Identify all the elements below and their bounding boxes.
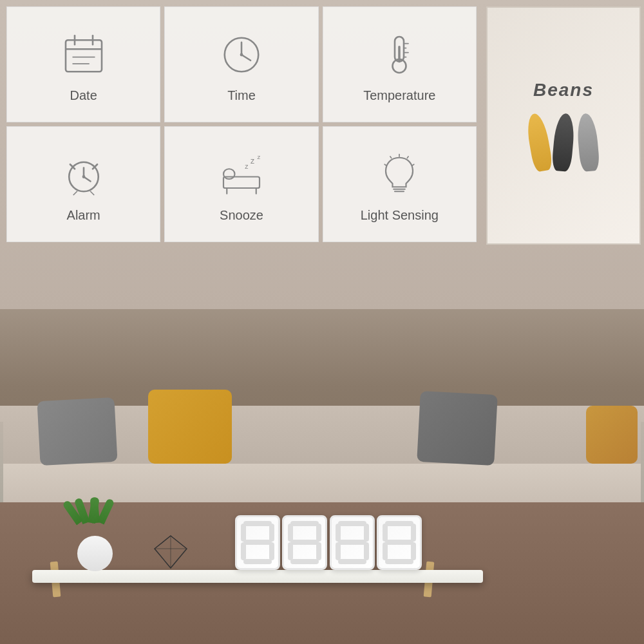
frame-title: Beans (533, 80, 594, 100)
feathers-decoration (529, 113, 598, 171)
pillow-gray-left (37, 397, 117, 466)
svg-rect-44 (243, 521, 272, 526)
svg-line-42 (155, 536, 171, 549)
svg-rect-51 (290, 521, 319, 526)
alarm-icon (58, 149, 109, 200)
svg-rect-70 (411, 542, 416, 560)
snooze-icon: z z z (216, 149, 267, 200)
pillow-yellow-right (586, 406, 638, 464)
svg-line-38 (385, 164, 387, 166)
feature-card-snooze[interactable]: z z z Snooze (164, 126, 318, 242)
svg-rect-56 (316, 542, 321, 560)
svg-rect-65 (385, 521, 413, 526)
svg-rect-60 (364, 524, 369, 542)
svg-rect-71 (385, 559, 413, 564)
svg-rect-69 (383, 542, 388, 560)
svg-rect-48 (241, 542, 246, 560)
feature-card-temperature[interactable]: Temperature (323, 6, 477, 122)
feather-light (576, 113, 600, 172)
feature-card-alarm[interactable]: Alarm (6, 126, 160, 242)
svg-rect-61 (338, 540, 366, 545)
svg-rect-58 (338, 521, 366, 526)
svg-rect-46 (269, 524, 274, 542)
svg-rect-57 (290, 559, 319, 564)
thermometer-icon (374, 29, 425, 80)
minutes-display (330, 515, 422, 570)
light-sensing-label: Light Sensing (361, 208, 439, 223)
clock-icon (216, 29, 267, 80)
hours-display (235, 515, 327, 570)
svg-rect-26 (223, 169, 235, 179)
svg-rect-50 (243, 559, 272, 564)
svg-rect-47 (243, 540, 272, 545)
svg-rect-0 (66, 40, 102, 71)
svg-line-24 (90, 191, 93, 194)
alarm-label: Alarm (67, 208, 100, 223)
svg-rect-53 (316, 524, 321, 542)
minute-ones (377, 515, 422, 570)
date-label: Date (70, 88, 97, 103)
feather-dark (551, 113, 576, 172)
plant-leaves (70, 497, 121, 536)
minute-tens (330, 515, 375, 570)
svg-rect-54 (290, 540, 319, 545)
svg-text:z: z (245, 162, 248, 170)
feature-card-date[interactable]: Date (6, 6, 160, 122)
time-label: Time (227, 88, 256, 103)
sofa (0, 374, 644, 515)
svg-rect-67 (411, 524, 416, 542)
sofa-arm-left (0, 422, 3, 506)
feature-cards-grid: Date Time Temperature (6, 6, 477, 242)
feature-card-time[interactable]: Time (164, 6, 318, 122)
geometric-decoration (151, 533, 190, 571)
svg-line-23 (73, 191, 77, 194)
temperature-label: Temperature (363, 88, 435, 103)
svg-rect-49 (269, 542, 274, 560)
pillow-yellow (148, 390, 232, 464)
picture-content: Beans (488, 8, 639, 243)
digital-clock (200, 513, 457, 571)
feather-yellow (524, 112, 553, 173)
svg-line-43 (171, 536, 187, 549)
svg-line-37 (390, 156, 392, 158)
plant-pot (77, 536, 113, 571)
svg-point-9 (240, 53, 243, 56)
hour-ones (282, 515, 327, 570)
svg-rect-62 (336, 542, 341, 560)
svg-rect-59 (336, 524, 341, 542)
svg-point-20 (82, 175, 85, 178)
svg-rect-63 (364, 542, 369, 560)
svg-line-35 (408, 156, 409, 158)
svg-rect-68 (385, 540, 413, 545)
leaf-4 (97, 498, 115, 524)
svg-text:z: z (251, 156, 254, 165)
feature-card-light-sensing[interactable]: Light Sensing (323, 126, 477, 242)
picture-frame: Beans (486, 6, 641, 245)
pillow-gray-right (417, 391, 498, 466)
svg-rect-66 (383, 524, 388, 542)
svg-line-36 (412, 164, 414, 166)
coffee-table (32, 570, 483, 583)
svg-line-8 (242, 55, 251, 61)
sofa-arm-right (641, 422, 644, 506)
svg-text:z: z (257, 153, 260, 160)
svg-rect-55 (288, 542, 293, 560)
snooze-label: Snooze (220, 208, 263, 223)
calendar-icon (58, 29, 109, 80)
svg-rect-45 (241, 524, 246, 542)
svg-rect-64 (338, 559, 366, 564)
svg-rect-52 (288, 524, 293, 542)
bulb-icon (374, 149, 425, 200)
hour-tens (235, 515, 280, 570)
